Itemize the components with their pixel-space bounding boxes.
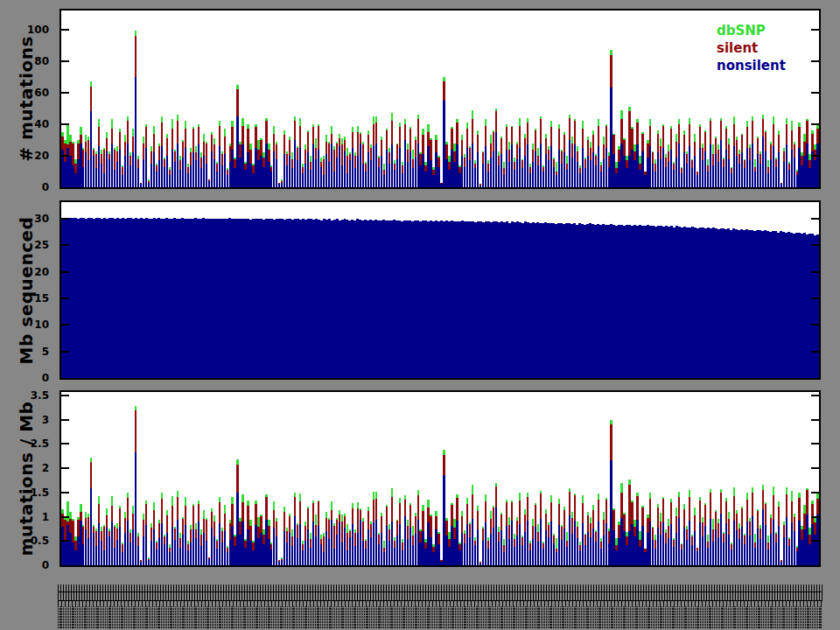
y-tick-mark [61,351,69,353]
bars-mutations-per-mb [61,392,819,565]
y-tick-mark [61,443,69,444]
y-tick-mark [811,516,819,518]
y-tick-mark [811,271,819,273]
y-tick-mark [811,218,819,220]
y-tick-mark [61,467,69,469]
y-tick-label: 5 [0,346,49,358]
y-tick-label: 20 [0,150,49,162]
y-tick-mark [811,92,819,94]
y-tick-label: 2.5 [0,438,49,450]
y-tick-label: 0 [0,181,49,193]
figure: # mutations 020406080100 Mb sequenced 05… [0,0,840,630]
y-tick-label: 0.5 [0,535,49,547]
y-tick-mark [811,244,819,246]
y-tick-mark [61,419,69,421]
y-tick-mark [61,60,69,62]
legend-item-silent: silent [717,39,786,57]
x-labels-row-2 [58,592,822,601]
y-tick-labels-num-mutations: 020406080100 [0,9,56,189]
y-tick-label: 3 [0,414,49,426]
y-tick-mark [811,443,819,444]
y-tick-mark [811,29,819,31]
y-tick-label: 40 [0,118,49,130]
bars-mb-sequenced [61,202,819,378]
y-tick-mark [61,298,69,299]
y-tick-mark [61,92,69,94]
y-tick-mark [61,244,69,246]
panel-num-mutations: # mutations 020406080100 [0,9,840,189]
legend: dbSNP silent nonsilent [717,22,786,74]
legend-item-dbsnp: dbSNP [717,22,786,39]
y-tick-mark [811,155,819,157]
y-tick-label: 60 [0,87,49,99]
y-tick-label: 100 [0,24,49,36]
bars-num-mutations [61,10,819,187]
y-tick-label: 1.5 [0,486,49,499]
y-tick-mark [811,324,819,326]
legend-item-nonsilent: nonsilent [717,57,786,74]
y-tick-label: 10 [0,318,49,331]
plot-area-mutations-per-mb [60,390,821,567]
panel-mutations-per-mb: mutations / Mb 00.511.522.533.5 [0,390,840,567]
y-tick-mark [61,271,69,273]
x-labels-noise [58,606,822,629]
y-tick-mark [811,351,819,353]
y-tick-mark [61,218,69,220]
y-tick-mark [61,540,69,542]
x-tick-labels-band [58,584,822,629]
y-tick-label: 0 [0,372,49,384]
plot-area-mb-sequenced [60,200,821,380]
y-tick-mark [61,123,69,125]
plot-area-num-mutations [60,9,821,189]
y-tick-mark [811,492,819,494]
y-tick-mark [61,155,69,157]
y-tick-mark [811,540,819,542]
y-tick-label: 15 [0,292,49,304]
y-tick-mark [811,123,819,125]
panel-mb-sequenced: Mb sequenced 051015202530 [0,200,840,380]
y-tick-mark [61,29,69,31]
y-tick-mark [61,395,69,396]
x-labels-row-1 [58,584,822,592]
y-tick-labels-mb-sequenced: 051015202530 [0,200,56,380]
y-tick-label: 1 [0,511,49,523]
y-tick-mark [61,324,69,326]
y-tick-label: 80 [0,55,49,67]
y-tick-label: 2 [0,462,49,474]
y-tick-mark [61,516,69,518]
y-tick-mark [811,467,819,469]
y-tick-mark [811,419,819,421]
y-tick-label: 20 [0,266,49,278]
y-tick-mark [811,298,819,299]
y-tick-mark [811,395,819,396]
y-tick-label: 25 [0,239,49,251]
y-tick-labels-mutations-per-mb: 00.511.522.533.5 [0,390,56,567]
y-tick-mark [811,60,819,62]
y-tick-label: 3.5 [0,389,49,402]
y-tick-label: 0 [0,559,49,571]
y-tick-mark [61,492,69,494]
y-tick-label: 30 [0,213,49,225]
